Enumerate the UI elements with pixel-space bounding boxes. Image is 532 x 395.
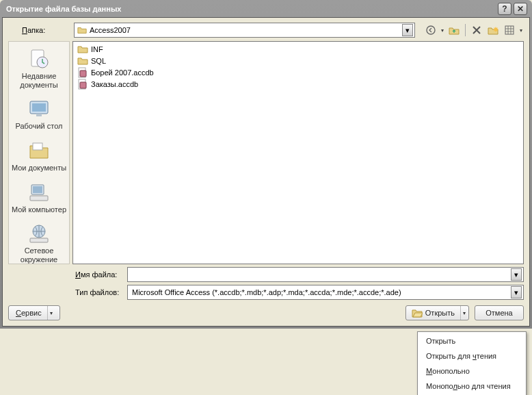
list-item[interactable]: Борей 2007.accdb bbox=[76, 66, 520, 78]
places-network-label: Сетевое окружение bbox=[10, 246, 68, 264]
places-bar: Недавние документы Рабочий стол Мои доку… bbox=[8, 41, 70, 264]
back-button[interactable] bbox=[423, 23, 438, 38]
svg-rect-1 bbox=[505, 26, 514, 34]
svg-rect-9 bbox=[33, 186, 42, 193]
my-documents-icon bbox=[10, 139, 68, 162]
list-item[interactable]: Заказы.accdb bbox=[76, 78, 520, 90]
file-name: INF bbox=[91, 45, 103, 53]
access-file-icon bbox=[77, 79, 88, 90]
filename-input[interactable]: ▾ bbox=[127, 267, 524, 282]
folder-icon bbox=[77, 25, 87, 35]
folder-icon bbox=[77, 44, 88, 55]
close-button[interactable]: ✕ bbox=[514, 3, 527, 15]
filetype-row: Тип файлов: Microsoft Office Access (*.a… bbox=[75, 285, 524, 300]
menu-open[interactable]: Открыть bbox=[419, 333, 524, 348]
filename-row: Имя файла: ▾ bbox=[75, 267, 524, 282]
toolbar: ▾ ▾ bbox=[419, 23, 524, 38]
folder-icon bbox=[77, 55, 88, 66]
dialog-client: Папка: Access2007 ▾ ▾ bbox=[2, 17, 530, 327]
places-desktop[interactable]: Рабочий стол bbox=[10, 96, 68, 132]
places-recent-label: Недавние документы bbox=[10, 72, 68, 89]
desktop-icon bbox=[10, 97, 68, 120]
places-mydocs-label: Мои документы bbox=[10, 164, 68, 173]
lookin-label: Папка: bbox=[8, 26, 70, 34]
views-button[interactable] bbox=[502, 23, 517, 38]
network-icon bbox=[10, 222, 68, 245]
svg-rect-5 bbox=[32, 103, 46, 112]
file-listing[interactable]: INF SQL Борей 2007.accdb Заказы.accdb bbox=[72, 41, 524, 264]
middle-area: Недавние документы Рабочий стол Мои доку… bbox=[8, 41, 524, 264]
titlebar-buttons: ? ✕ bbox=[498, 3, 527, 15]
up-one-level-button[interactable] bbox=[447, 23, 462, 38]
cancel-button[interactable]: Отмена bbox=[475, 305, 524, 320]
views-dropdown[interactable]: ▾ bbox=[518, 27, 524, 34]
file-name: Заказы.accdb bbox=[91, 80, 138, 88]
open-button-label: Открыть bbox=[425, 309, 455, 317]
cancel-button-label: Отмена bbox=[486, 309, 512, 317]
chevron-down-icon: ▾ bbox=[47, 306, 53, 320]
list-item[interactable]: SQL bbox=[76, 55, 520, 66]
svg-rect-10 bbox=[30, 196, 48, 201]
menu-open-readonly[interactable]: Открыть для чтения bbox=[419, 348, 524, 364]
lookin-value: Access2007 bbox=[90, 26, 399, 34]
places-network[interactable]: Сетевое окружение bbox=[10, 220, 68, 265]
places-recent[interactable]: Недавние документы bbox=[10, 46, 68, 90]
back-dropdown[interactable]: ▾ bbox=[440, 27, 445, 34]
bottom-fields: Имя файла: ▾ Тип файлов: Microsoft Offic… bbox=[8, 267, 524, 300]
svg-rect-7 bbox=[33, 143, 42, 150]
filename-label: Имя файла: bbox=[75, 270, 123, 279]
tools-button[interactable]: Сервис ▾ bbox=[8, 305, 60, 320]
open-dropdown-arrow[interactable]: ▾ bbox=[460, 306, 466, 320]
svg-rect-14 bbox=[80, 71, 86, 77]
window-title: Открытие файла базы данных bbox=[6, 5, 498, 13]
places-mycomputer[interactable]: Мой компьютер bbox=[10, 179, 68, 216]
dialog-window: Открытие файла базы данных ? ✕ Папка: Ac… bbox=[0, 0, 532, 329]
file-name: SQL bbox=[91, 57, 106, 65]
separator bbox=[465, 24, 466, 36]
open-folder-icon bbox=[412, 308, 423, 318]
svg-rect-12 bbox=[30, 238, 48, 242]
filetype-label: Тип файлов: bbox=[75, 288, 123, 296]
svg-point-0 bbox=[427, 26, 435, 34]
titlebar: Открытие файла базы данных ? ✕ bbox=[2, 2, 530, 17]
access-file-icon bbox=[77, 67, 88, 78]
help-button[interactable]: ? bbox=[498, 3, 511, 15]
list-item[interactable]: INF bbox=[76, 43, 520, 55]
chevron-down-icon[interactable]: ▾ bbox=[511, 268, 522, 281]
delete-button[interactable] bbox=[469, 23, 484, 38]
dialog-footer: Сервис ▾ Открыть ▾ Отмена bbox=[8, 303, 524, 320]
my-computer-icon bbox=[10, 181, 68, 204]
svg-rect-6 bbox=[36, 114, 42, 116]
filetype-select[interactable]: Microsoft Office Access (*.accdb;*.mdb;*… bbox=[127, 285, 524, 300]
places-mydocs[interactable]: Мои документы bbox=[10, 138, 68, 174]
places-mycomputer-label: Мой компьютер bbox=[10, 205, 68, 214]
recent-docs-icon bbox=[10, 47, 68, 71]
menu-open-exclusive[interactable]: Монопольно bbox=[419, 364, 524, 379]
filetype-value: Microsoft Office Access (*.accdb;*.mdb;*… bbox=[132, 288, 511, 296]
menu-open-exclusive-readonly[interactable]: Монопольно для чтения bbox=[419, 379, 524, 394]
lookin-combo[interactable]: Access2007 ▾ bbox=[74, 23, 415, 38]
open-split-button[interactable]: Открыть ▾ bbox=[405, 305, 469, 320]
new-folder-button[interactable] bbox=[486, 23, 501, 38]
chevron-down-icon[interactable]: ▾ bbox=[511, 286, 522, 298]
lookin-row: Папка: Access2007 ▾ ▾ bbox=[8, 22, 524, 38]
file-name: Борей 2007.accdb bbox=[91, 68, 154, 77]
open-dropdown-menu: Открыть Открыть для чтения Монопольно Мо… bbox=[417, 331, 527, 395]
svg-rect-16 bbox=[80, 82, 86, 88]
places-desktop-label: Рабочий стол bbox=[10, 122, 68, 131]
chevron-down-icon[interactable]: ▾ bbox=[402, 24, 413, 36]
